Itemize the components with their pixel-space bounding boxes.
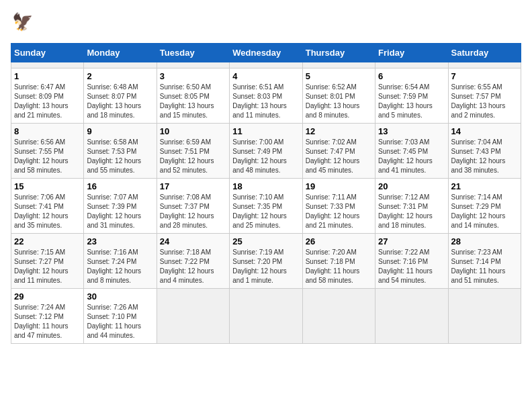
day-cell: 30Sunrise: 7:26 AMSunset: 7:10 PMDayligh… (84, 289, 157, 344)
day-cell: 19Sunrise: 7:11 AMSunset: 7:33 PMDayligh… (302, 179, 375, 234)
day-number: 12 (306, 126, 372, 136)
header-cell-monday: Monday (84, 44, 157, 62)
day-number: 9 (87, 126, 153, 136)
day-cell: 23Sunrise: 7:16 AMSunset: 7:24 PMDayligh… (84, 234, 157, 289)
day-number: 21 (451, 181, 518, 191)
day-cell: 24Sunrise: 7:18 AMSunset: 7:22 PMDayligh… (157, 234, 229, 289)
day-number: 6 (378, 71, 445, 81)
day-number: 14 (451, 126, 518, 136)
day-cell: 1Sunrise: 6:47 AMSunset: 8:09 PMDaylight… (11, 68, 84, 124)
day-info: Sunrise: 7:18 AMSunset: 7:22 PMDaylight:… (160, 248, 226, 285)
day-number: 4 (232, 71, 299, 81)
day-cell: 5Sunrise: 6:52 AMSunset: 8:01 PMDaylight… (302, 68, 375, 124)
day-cell: 15Sunrise: 7:06 AMSunset: 7:41 PMDayligh… (11, 179, 84, 234)
day-number: 26 (306, 236, 372, 246)
day-cell: 6Sunrise: 6:54 AMSunset: 7:59 PMDaylight… (375, 68, 448, 124)
day-cell (375, 62, 448, 68)
day-cell (302, 62, 375, 68)
day-info: Sunrise: 6:54 AMSunset: 7:59 PMDaylight:… (378, 83, 445, 120)
day-number: 24 (160, 236, 226, 246)
day-number: 30 (87, 291, 153, 302)
day-info: Sunrise: 7:08 AMSunset: 7:37 PMDaylight:… (160, 193, 226, 230)
header-cell-tuesday: Tuesday (157, 44, 229, 62)
day-info: Sunrise: 6:55 AMSunset: 7:57 PMDaylight:… (451, 83, 518, 120)
day-cell: 27Sunrise: 7:22 AMSunset: 7:16 PMDayligh… (375, 234, 448, 289)
day-number: 8 (14, 126, 81, 136)
day-info: Sunrise: 7:19 AMSunset: 7:20 PMDaylight:… (232, 248, 299, 285)
day-info: Sunrise: 6:50 AMSunset: 8:05 PMDaylight:… (160, 83, 226, 120)
day-info: Sunrise: 7:04 AMSunset: 7:43 PMDaylight:… (451, 138, 518, 175)
day-cell (375, 289, 448, 344)
day-number: 3 (160, 71, 226, 81)
logo: 🦅 (11, 11, 38, 35)
day-cell: 25Sunrise: 7:19 AMSunset: 7:20 PMDayligh… (230, 234, 302, 289)
day-number: 28 (451, 236, 518, 246)
day-cell: 26Sunrise: 7:20 AMSunset: 7:18 PMDayligh… (302, 234, 375, 289)
day-cell: 21Sunrise: 7:14 AMSunset: 7:29 PMDayligh… (448, 179, 521, 234)
header-cell-friday: Friday (375, 44, 448, 62)
day-info: Sunrise: 7:02 AMSunset: 7:47 PMDaylight:… (306, 138, 372, 175)
day-number: 25 (232, 236, 299, 246)
week-row-5: 29Sunrise: 7:24 AMSunset: 7:12 PMDayligh… (11, 289, 521, 344)
day-info: Sunrise: 7:10 AMSunset: 7:35 PMDaylight:… (232, 193, 299, 230)
day-cell: 22Sunrise: 7:15 AMSunset: 7:27 PMDayligh… (11, 234, 84, 289)
day-number: 29 (14, 291, 81, 302)
day-info: Sunrise: 6:58 AMSunset: 7:53 PMDaylight:… (87, 138, 153, 175)
day-cell: 10Sunrise: 6:59 AMSunset: 7:51 PMDayligh… (157, 124, 229, 179)
day-info: Sunrise: 6:56 AMSunset: 7:55 PMDaylight:… (14, 138, 81, 175)
day-info: Sunrise: 7:24 AMSunset: 7:12 PMDaylight:… (14, 303, 81, 340)
day-number: 27 (378, 236, 445, 246)
day-info: Sunrise: 7:00 AMSunset: 7:49 PMDaylight:… (232, 138, 299, 175)
day-number: 18 (232, 181, 299, 191)
day-info: Sunrise: 7:26 AMSunset: 7:10 PMDaylight:… (87, 303, 153, 340)
header: 🦅 (11, 11, 521, 35)
header-cell-wednesday: Wednesday (230, 44, 302, 62)
week-row-3: 15Sunrise: 7:06 AMSunset: 7:41 PMDayligh… (11, 179, 521, 234)
day-info: Sunrise: 6:47 AMSunset: 8:09 PMDaylight:… (14, 83, 81, 120)
day-info: Sunrise: 7:22 AMSunset: 7:16 PMDaylight:… (378, 248, 445, 285)
day-info: Sunrise: 7:14 AMSunset: 7:29 PMDaylight:… (451, 193, 518, 230)
week-row-1: 1Sunrise: 6:47 AMSunset: 8:09 PMDaylight… (11, 68, 521, 124)
day-info: Sunrise: 7:03 AMSunset: 7:45 PMDaylight:… (378, 138, 445, 175)
day-info: Sunrise: 7:12 AMSunset: 7:31 PMDaylight:… (378, 193, 445, 230)
day-cell (230, 289, 302, 344)
day-cell (157, 62, 229, 68)
day-cell (302, 289, 375, 344)
week-row-4: 22Sunrise: 7:15 AMSunset: 7:27 PMDayligh… (11, 234, 521, 289)
day-number: 2 (87, 71, 153, 81)
day-number: 1 (14, 71, 81, 81)
day-number: 16 (87, 181, 153, 191)
day-cell (84, 62, 157, 68)
day-info: Sunrise: 7:11 AMSunset: 7:33 PMDaylight:… (306, 193, 372, 230)
day-info: Sunrise: 6:48 AMSunset: 8:07 PMDaylight:… (87, 83, 153, 120)
day-number: 22 (14, 236, 81, 246)
day-cell: 12Sunrise: 7:02 AMSunset: 7:47 PMDayligh… (302, 124, 375, 179)
day-info: Sunrise: 7:07 AMSunset: 7:39 PMDaylight:… (87, 193, 153, 230)
day-cell: 18Sunrise: 7:10 AMSunset: 7:35 PMDayligh… (230, 179, 302, 234)
day-cell: 28Sunrise: 7:23 AMSunset: 7:14 PMDayligh… (448, 234, 521, 289)
day-number: 15 (14, 181, 81, 191)
day-number: 19 (306, 181, 372, 191)
svg-text:🦅: 🦅 (12, 11, 34, 32)
day-cell (11, 62, 84, 68)
day-info: Sunrise: 7:15 AMSunset: 7:27 PMDaylight:… (14, 248, 81, 285)
week-row-2: 8Sunrise: 6:56 AMSunset: 7:55 PMDaylight… (11, 124, 521, 179)
header-cell-thursday: Thursday (302, 44, 375, 62)
day-number: 13 (378, 126, 445, 136)
day-info: Sunrise: 6:59 AMSunset: 7:51 PMDaylight:… (160, 138, 226, 175)
day-cell: 7Sunrise: 6:55 AMSunset: 7:57 PMDaylight… (448, 68, 521, 124)
day-number: 7 (451, 71, 518, 81)
day-cell: 29Sunrise: 7:24 AMSunset: 7:12 PMDayligh… (11, 289, 84, 344)
day-cell: 4Sunrise: 6:51 AMSunset: 8:03 PMDaylight… (230, 68, 302, 124)
logo-icon: 🦅 (11, 11, 35, 35)
day-cell: 17Sunrise: 7:08 AMSunset: 7:37 PMDayligh… (157, 179, 229, 234)
day-number: 10 (160, 126, 226, 136)
week-row-0 (11, 62, 521, 68)
day-cell: 2Sunrise: 6:48 AMSunset: 8:07 PMDaylight… (84, 68, 157, 124)
day-info: Sunrise: 7:23 AMSunset: 7:14 PMDaylight:… (451, 248, 518, 285)
day-cell (448, 289, 521, 344)
day-number: 20 (378, 181, 445, 191)
day-cell (157, 289, 229, 344)
calendar-table: SundayMondayTuesdayWednesdayThursdayFrid… (11, 43, 521, 344)
day-cell: 16Sunrise: 7:07 AMSunset: 7:39 PMDayligh… (84, 179, 157, 234)
